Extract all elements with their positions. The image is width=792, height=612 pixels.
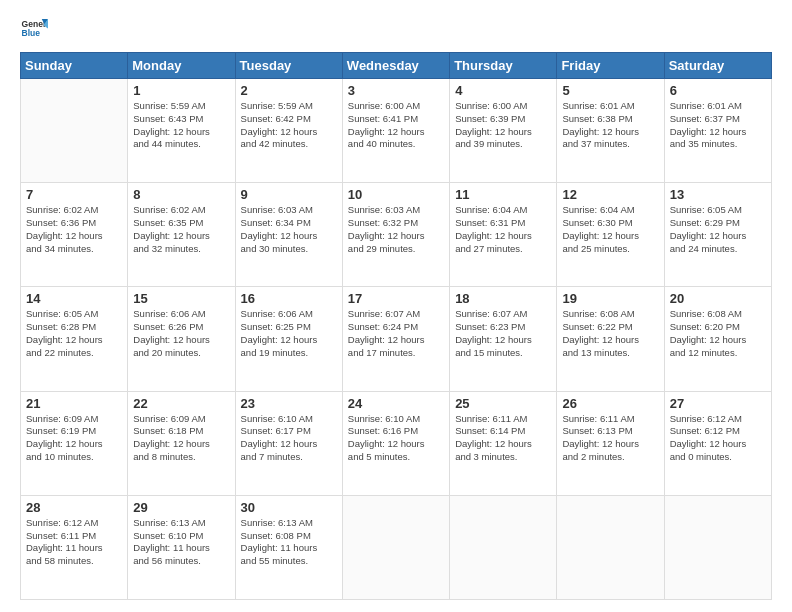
calendar-cell — [342, 495, 449, 599]
calendar-cell: 10Sunrise: 6:03 AMSunset: 6:32 PMDayligh… — [342, 183, 449, 287]
day-detail: Sunrise: 6:11 AMSunset: 6:14 PMDaylight:… — [455, 413, 551, 464]
day-detail: Sunrise: 6:10 AMSunset: 6:16 PMDaylight:… — [348, 413, 444, 464]
calendar-cell: 22Sunrise: 6:09 AMSunset: 6:18 PMDayligh… — [128, 391, 235, 495]
day-number: 7 — [26, 187, 122, 202]
day-number: 9 — [241, 187, 337, 202]
calendar-table: SundayMondayTuesdayWednesdayThursdayFrid… — [20, 52, 772, 600]
day-detail: Sunrise: 6:06 AMSunset: 6:25 PMDaylight:… — [241, 308, 337, 359]
week-row-2: 7Sunrise: 6:02 AMSunset: 6:36 PMDaylight… — [21, 183, 772, 287]
day-number: 26 — [562, 396, 658, 411]
day-number: 11 — [455, 187, 551, 202]
calendar-cell: 2Sunrise: 5:59 AMSunset: 6:42 PMDaylight… — [235, 79, 342, 183]
weekday-header-wednesday: Wednesday — [342, 53, 449, 79]
day-number: 4 — [455, 83, 551, 98]
day-detail: Sunrise: 6:09 AMSunset: 6:19 PMDaylight:… — [26, 413, 122, 464]
day-detail: Sunrise: 6:01 AMSunset: 6:38 PMDaylight:… — [562, 100, 658, 151]
weekday-header-tuesday: Tuesday — [235, 53, 342, 79]
day-detail: Sunrise: 6:05 AMSunset: 6:29 PMDaylight:… — [670, 204, 766, 255]
day-detail: Sunrise: 6:08 AMSunset: 6:22 PMDaylight:… — [562, 308, 658, 359]
calendar-cell: 8Sunrise: 6:02 AMSunset: 6:35 PMDaylight… — [128, 183, 235, 287]
day-detail: Sunrise: 6:03 AMSunset: 6:34 PMDaylight:… — [241, 204, 337, 255]
calendar-cell: 12Sunrise: 6:04 AMSunset: 6:30 PMDayligh… — [557, 183, 664, 287]
day-detail: Sunrise: 6:03 AMSunset: 6:32 PMDaylight:… — [348, 204, 444, 255]
day-detail: Sunrise: 6:09 AMSunset: 6:18 PMDaylight:… — [133, 413, 229, 464]
calendar-cell: 21Sunrise: 6:09 AMSunset: 6:19 PMDayligh… — [21, 391, 128, 495]
week-row-3: 14Sunrise: 6:05 AMSunset: 6:28 PMDayligh… — [21, 287, 772, 391]
day-number: 29 — [133, 500, 229, 515]
day-detail: Sunrise: 6:10 AMSunset: 6:17 PMDaylight:… — [241, 413, 337, 464]
day-detail: Sunrise: 6:01 AMSunset: 6:37 PMDaylight:… — [670, 100, 766, 151]
calendar-cell — [450, 495, 557, 599]
day-number: 12 — [562, 187, 658, 202]
day-detail: Sunrise: 6:07 AMSunset: 6:24 PMDaylight:… — [348, 308, 444, 359]
logo-icon: General Blue — [20, 16, 48, 44]
day-detail: Sunrise: 6:13 AMSunset: 6:08 PMDaylight:… — [241, 517, 337, 568]
calendar-cell: 7Sunrise: 6:02 AMSunset: 6:36 PMDaylight… — [21, 183, 128, 287]
day-number: 16 — [241, 291, 337, 306]
calendar-cell: 28Sunrise: 6:12 AMSunset: 6:11 PMDayligh… — [21, 495, 128, 599]
weekday-header-saturday: Saturday — [664, 53, 771, 79]
day-number: 14 — [26, 291, 122, 306]
calendar-cell: 19Sunrise: 6:08 AMSunset: 6:22 PMDayligh… — [557, 287, 664, 391]
day-number: 25 — [455, 396, 551, 411]
calendar-cell — [21, 79, 128, 183]
day-number: 22 — [133, 396, 229, 411]
day-detail: Sunrise: 6:04 AMSunset: 6:31 PMDaylight:… — [455, 204, 551, 255]
day-detail: Sunrise: 6:05 AMSunset: 6:28 PMDaylight:… — [26, 308, 122, 359]
week-row-4: 21Sunrise: 6:09 AMSunset: 6:19 PMDayligh… — [21, 391, 772, 495]
week-row-5: 28Sunrise: 6:12 AMSunset: 6:11 PMDayligh… — [21, 495, 772, 599]
day-number: 21 — [26, 396, 122, 411]
week-row-1: 1Sunrise: 5:59 AMSunset: 6:43 PMDaylight… — [21, 79, 772, 183]
weekday-header-friday: Friday — [557, 53, 664, 79]
day-number: 3 — [348, 83, 444, 98]
calendar-cell: 9Sunrise: 6:03 AMSunset: 6:34 PMDaylight… — [235, 183, 342, 287]
day-detail: Sunrise: 6:12 AMSunset: 6:11 PMDaylight:… — [26, 517, 122, 568]
svg-text:Blue: Blue — [22, 28, 41, 38]
day-detail: Sunrise: 6:00 AMSunset: 6:41 PMDaylight:… — [348, 100, 444, 151]
day-number: 17 — [348, 291, 444, 306]
day-number: 8 — [133, 187, 229, 202]
day-number: 27 — [670, 396, 766, 411]
day-detail: Sunrise: 6:00 AMSunset: 6:39 PMDaylight:… — [455, 100, 551, 151]
day-number: 6 — [670, 83, 766, 98]
day-detail: Sunrise: 5:59 AMSunset: 6:43 PMDaylight:… — [133, 100, 229, 151]
calendar-cell: 17Sunrise: 6:07 AMSunset: 6:24 PMDayligh… — [342, 287, 449, 391]
day-detail: Sunrise: 6:11 AMSunset: 6:13 PMDaylight:… — [562, 413, 658, 464]
day-detail: Sunrise: 6:02 AMSunset: 6:36 PMDaylight:… — [26, 204, 122, 255]
weekday-header-monday: Monday — [128, 53, 235, 79]
day-number: 13 — [670, 187, 766, 202]
day-number: 28 — [26, 500, 122, 515]
weekday-header-thursday: Thursday — [450, 53, 557, 79]
day-detail: Sunrise: 6:12 AMSunset: 6:12 PMDaylight:… — [670, 413, 766, 464]
day-number: 23 — [241, 396, 337, 411]
day-number: 15 — [133, 291, 229, 306]
calendar-cell: 4Sunrise: 6:00 AMSunset: 6:39 PMDaylight… — [450, 79, 557, 183]
day-number: 1 — [133, 83, 229, 98]
calendar-cell: 3Sunrise: 6:00 AMSunset: 6:41 PMDaylight… — [342, 79, 449, 183]
weekday-header-row: SundayMondayTuesdayWednesdayThursdayFrid… — [21, 53, 772, 79]
calendar-cell: 18Sunrise: 6:07 AMSunset: 6:23 PMDayligh… — [450, 287, 557, 391]
logo: General Blue — [20, 16, 48, 44]
day-number: 20 — [670, 291, 766, 306]
calendar-cell: 5Sunrise: 6:01 AMSunset: 6:38 PMDaylight… — [557, 79, 664, 183]
calendar-cell: 24Sunrise: 6:10 AMSunset: 6:16 PMDayligh… — [342, 391, 449, 495]
calendar-cell: 6Sunrise: 6:01 AMSunset: 6:37 PMDaylight… — [664, 79, 771, 183]
calendar-cell: 26Sunrise: 6:11 AMSunset: 6:13 PMDayligh… — [557, 391, 664, 495]
calendar-cell: 20Sunrise: 6:08 AMSunset: 6:20 PMDayligh… — [664, 287, 771, 391]
day-number: 18 — [455, 291, 551, 306]
calendar-cell: 13Sunrise: 6:05 AMSunset: 6:29 PMDayligh… — [664, 183, 771, 287]
day-number: 24 — [348, 396, 444, 411]
day-detail: Sunrise: 6:06 AMSunset: 6:26 PMDaylight:… — [133, 308, 229, 359]
weekday-header-sunday: Sunday — [21, 53, 128, 79]
day-detail: Sunrise: 5:59 AMSunset: 6:42 PMDaylight:… — [241, 100, 337, 151]
day-number: 30 — [241, 500, 337, 515]
calendar-cell: 30Sunrise: 6:13 AMSunset: 6:08 PMDayligh… — [235, 495, 342, 599]
calendar-cell: 11Sunrise: 6:04 AMSunset: 6:31 PMDayligh… — [450, 183, 557, 287]
calendar-cell: 23Sunrise: 6:10 AMSunset: 6:17 PMDayligh… — [235, 391, 342, 495]
day-detail: Sunrise: 6:13 AMSunset: 6:10 PMDaylight:… — [133, 517, 229, 568]
calendar-cell — [664, 495, 771, 599]
calendar-cell: 29Sunrise: 6:13 AMSunset: 6:10 PMDayligh… — [128, 495, 235, 599]
day-number: 2 — [241, 83, 337, 98]
calendar-cell — [557, 495, 664, 599]
calendar-cell: 15Sunrise: 6:06 AMSunset: 6:26 PMDayligh… — [128, 287, 235, 391]
